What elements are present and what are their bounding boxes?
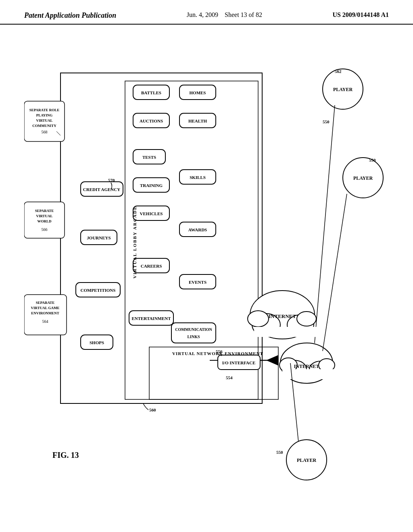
diagram-area: HOMES HEALTH SKILLS AWARDS EVENTS COMMUN… — [24, 49, 397, 484]
svg-text:568: 568 — [42, 130, 48, 134]
svg-text:COMMUNICATION: COMMUNICATION — [175, 327, 212, 332]
svg-text:TRAINING: TRAINING — [140, 183, 163, 188]
svg-text:PLAYING: PLAYING — [36, 113, 53, 117]
svg-text:VIRTUAL: VIRTUAL — [36, 214, 52, 218]
svg-text:COMPETITIONS: COMPETITIONS — [81, 288, 116, 293]
svg-text:WORLD: WORLD — [37, 219, 52, 223]
svg-text:556: 556 — [216, 349, 223, 354]
svg-rect-12 — [171, 323, 216, 343]
svg-text:TESTS: TESTS — [142, 155, 156, 160]
svg-text:SEPARATE ROLE: SEPARATE ROLE — [29, 108, 59, 112]
svg-text:AWARDS: AWARDS — [188, 227, 207, 232]
svg-text:VIRTUAL: VIRTUAL — [36, 118, 52, 123]
svg-text:CREDIT AGENCY: CREDIT AGENCY — [83, 187, 120, 192]
main-content: HOMES HEALTH SKILLS AWARDS EVENTS COMMUN… — [0, 25, 413, 524]
svg-text:EVENTS: EVENTS — [189, 280, 206, 285]
svg-rect-50 — [282, 369, 335, 379]
svg-text:JOURNEYS: JOURNEYS — [87, 235, 111, 240]
svg-text:INTERNET: INTERNET — [269, 313, 296, 319]
date-sheet: Jun. 4, 2009 Sheet 13 of 82 — [187, 11, 262, 19]
svg-text:562: 562 — [335, 69, 342, 74]
svg-text:550: 550 — [323, 119, 330, 124]
svg-point-89 — [297, 312, 316, 326]
svg-text:ENVIRONMENT: ENVIRONMENT — [31, 311, 59, 315]
svg-line-84 — [323, 194, 347, 351]
svg-text:SEPARATE: SEPARATE — [35, 209, 54, 213]
svg-text:VIRTUAL GAME: VIRTUAL GAME — [31, 306, 60, 310]
svg-text:PLAYER: PLAYER — [333, 87, 353, 92]
svg-text:570: 570 — [108, 178, 115, 183]
svg-line-79 — [315, 105, 335, 343]
svg-text:ENTERTAINMENT: ENTERTAINMENT — [131, 316, 171, 321]
svg-text:SHOPS: SHOPS — [90, 340, 104, 345]
svg-text:LINKS: LINKS — [187, 335, 200, 339]
svg-point-88 — [248, 311, 269, 327]
svg-text:AUCTIONS: AUCTIONS — [140, 118, 163, 123]
patent-number: US 2009/0144148 A1 — [332, 11, 389, 19]
svg-text:I/O INTERFACE: I/O INTERFACE — [222, 360, 256, 365]
svg-text:VIRTUAL LOBBY ARCADE: VIRTUAL LOBBY ARCADE — [132, 206, 137, 278]
figure-label: FIG. 13 — [52, 451, 79, 460]
svg-rect-90 — [254, 327, 317, 337]
svg-text:HEALTH: HEALTH — [188, 118, 207, 123]
svg-text:SKILLS: SKILLS — [190, 175, 206, 180]
svg-text:COMMUNITY: COMMUNITY — [32, 124, 56, 128]
svg-text:SEPARATE: SEPARATE — [36, 301, 55, 305]
svg-text:INTERNET: INTERNET — [294, 364, 319, 369]
svg-text:566: 566 — [42, 227, 48, 232]
svg-text:PLAYER: PLAYER — [353, 175, 373, 181]
svg-text:CAREERS: CAREERS — [141, 264, 162, 268]
publication-title: Patent Application Publication — [24, 11, 116, 20]
svg-text:564: 564 — [42, 319, 48, 324]
svg-text:554: 554 — [226, 375, 233, 380]
page-header: Patent Application Publication Jun. 4, 2… — [0, 0, 413, 25]
svg-text:560: 560 — [149, 407, 156, 412]
svg-text:VEHICLES: VEHICLES — [140, 211, 163, 216]
svg-text:550: 550 — [276, 450, 283, 455]
svg-text:BATTLES: BATTLES — [141, 90, 161, 95]
svg-text:550: 550 — [369, 158, 376, 162]
svg-text:PLAYER: PLAYER — [297, 457, 317, 463]
svg-text:HOMES: HOMES — [190, 90, 206, 95]
